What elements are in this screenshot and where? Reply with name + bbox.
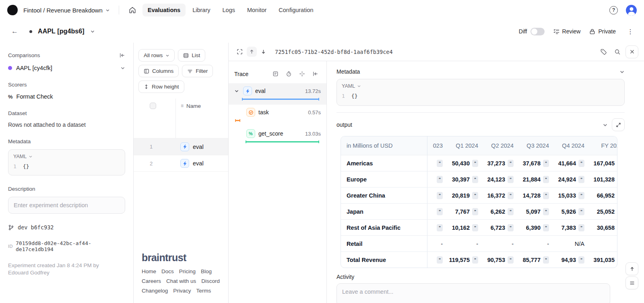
tab-monitor[interactable]: Monitor xyxy=(242,4,272,16)
footer-link-pricing[interactable]: Pricing xyxy=(179,268,196,274)
citation-badge[interactable]: ” xyxy=(472,160,478,167)
citation-badge[interactable]: ” xyxy=(472,256,478,264)
citation-badge[interactable]: ” xyxy=(617,192,617,199)
scorer-item[interactable]: % Format Check xyxy=(8,93,125,100)
review-button[interactable]: Review xyxy=(553,28,581,35)
citation-badge[interactable]: ” xyxy=(437,176,443,183)
org-logo[interactable] xyxy=(7,5,18,15)
citation-badge[interactable]: ” xyxy=(437,256,443,264)
braintrust-logo[interactable]: braintrust xyxy=(142,252,228,264)
citation-badge[interactable]: ” xyxy=(508,176,514,183)
footer-link-discord[interactable]: Discord xyxy=(201,278,220,284)
home-button[interactable] xyxy=(126,4,138,16)
citation-badge[interactable]: ” xyxy=(617,208,617,215)
footer-link-docs[interactable]: Docs xyxy=(161,268,174,274)
span-id[interactable]: 7251fc05-71b2-452d-bf8d-1aaf6fb39ce4 xyxy=(275,49,393,55)
tab-library[interactable]: Library xyxy=(187,4,215,16)
tag-button[interactable] xyxy=(598,46,609,58)
list-view-button[interactable]: List xyxy=(178,49,205,62)
description-input[interactable] xyxy=(8,197,125,214)
focus-span-button[interactable] xyxy=(234,46,245,57)
footer-link-terms[interactable]: Terms xyxy=(196,288,211,294)
citation-badge[interactable]: ” xyxy=(617,176,617,183)
collapse-output-icon[interactable] xyxy=(603,122,608,128)
privacy-button[interactable]: Private xyxy=(589,28,616,35)
collapse-sidebar-icon[interactable] xyxy=(119,52,125,58)
columns-button[interactable]: Columns xyxy=(138,65,179,77)
table-row[interactable]: 2eval xyxy=(134,155,228,172)
citation-badge[interactable]: ” xyxy=(578,160,584,167)
row-height-button[interactable]: Row height xyxy=(138,80,184,93)
footer-link-chat-with-us[interactable]: Chat with us xyxy=(166,278,196,284)
citation-badge[interactable]: ” xyxy=(437,208,443,215)
tab-logs[interactable]: Logs xyxy=(217,4,240,16)
timing-view-button[interactable] xyxy=(283,68,294,79)
citation-badge[interactable]: ” xyxy=(578,224,584,231)
comparison-item[interactable]: AAPL [cy4cfk] xyxy=(8,65,125,71)
citation-badge[interactable]: ” xyxy=(578,256,584,264)
citation-badge[interactable]: ” xyxy=(617,224,617,231)
citation-badge[interactable]: ” xyxy=(472,208,478,215)
filter-button[interactable]: Filter xyxy=(182,65,213,77)
citation-badge[interactable]: ” xyxy=(617,256,617,264)
avatar[interactable] xyxy=(626,5,637,16)
tab-configuration[interactable]: Configuration xyxy=(273,4,318,16)
citation-badge[interactable]: ” xyxy=(543,256,549,264)
collapse-trace-icon[interactable] xyxy=(310,68,321,79)
citation-badge[interactable]: ” xyxy=(578,208,584,215)
close-button[interactable] xyxy=(625,45,638,58)
trace-span-row[interactable]: %get_score13.03s xyxy=(229,126,326,147)
table-row[interactable]: 1eval xyxy=(134,138,228,155)
footer-link-blog[interactable]: Blog xyxy=(201,268,212,274)
citation-badge[interactable]: ” xyxy=(617,160,617,167)
citation-badge[interactable]: ” xyxy=(508,208,514,215)
span-metadata-editor[interactable]: YAML 1 {} xyxy=(336,79,625,106)
project-breadcrumb[interactable]: Fintool / Revenue Breakdown xyxy=(22,5,111,15)
footer-link-changelog[interactable]: Changelog xyxy=(142,288,168,294)
language-select[interactable]: YAML xyxy=(342,83,619,89)
citation-badge[interactable]: ” xyxy=(543,224,549,231)
citation-badge[interactable]: ” xyxy=(508,160,514,167)
citation-badge[interactable]: ” xyxy=(578,176,584,183)
expand-output-button[interactable] xyxy=(612,118,625,131)
footer-link-home[interactable]: Home xyxy=(142,268,156,274)
citation-badge[interactable]: ” xyxy=(578,192,584,199)
citation-badge[interactable]: ” xyxy=(508,256,514,264)
citation-badge[interactable]: ” xyxy=(472,224,478,231)
citation-badge[interactable]: ” xyxy=(472,192,478,199)
trace-span-row[interactable]: eval13.72s xyxy=(229,83,326,105)
citation-badge[interactable]: ” xyxy=(508,224,514,231)
citation-badge[interactable]: ” xyxy=(472,176,478,183)
experiment-switcher[interactable] xyxy=(90,29,95,34)
citation-badge[interactable]: ” xyxy=(543,176,549,183)
collapse-metadata-icon[interactable] xyxy=(619,69,625,74)
tab-evaluations[interactable]: Evaluations xyxy=(142,4,186,16)
kebab-menu-icon[interactable]: ⋮ xyxy=(625,27,636,36)
citation-badge[interactable]: ” xyxy=(543,160,549,167)
footer-link-privacy[interactable]: Privacy xyxy=(173,288,191,294)
select-all-checkbox[interactable] xyxy=(150,103,156,109)
prev-span-button[interactable] xyxy=(247,47,257,57)
name-column-header[interactable]: Name xyxy=(186,103,201,109)
back-button[interactable]: ← xyxy=(7,25,22,38)
citation-badge[interactable]: ” xyxy=(543,192,549,199)
outline-menu-button[interactable] xyxy=(625,276,638,289)
diff-toggle[interactable] xyxy=(530,28,545,35)
citation-badge[interactable]: ” xyxy=(437,160,443,167)
help-button[interactable]: ? xyxy=(607,4,620,17)
citation-badge[interactable]: ” xyxy=(437,192,443,199)
notes-view-button[interactable] xyxy=(270,68,281,79)
footer-link-careers[interactable]: Careers xyxy=(142,278,161,284)
trace-span-row[interactable]: task0.57s xyxy=(229,105,326,126)
search-button[interactable] xyxy=(612,46,623,58)
align-spans-button[interactable] xyxy=(297,68,308,79)
chevron-down-icon[interactable] xyxy=(234,89,240,93)
metadata-editor[interactable]: YAML 1 {} xyxy=(8,149,125,175)
language-select[interactable]: YAML xyxy=(13,154,120,159)
all-rows-filter[interactable]: All rows xyxy=(138,49,175,62)
scroll-top-button[interactable] xyxy=(625,262,638,275)
next-span-button[interactable] xyxy=(258,47,268,57)
citation-badge[interactable]: ” xyxy=(437,224,443,231)
comment-input[interactable] xyxy=(336,283,610,303)
citation-badge[interactable]: ” xyxy=(508,192,514,199)
